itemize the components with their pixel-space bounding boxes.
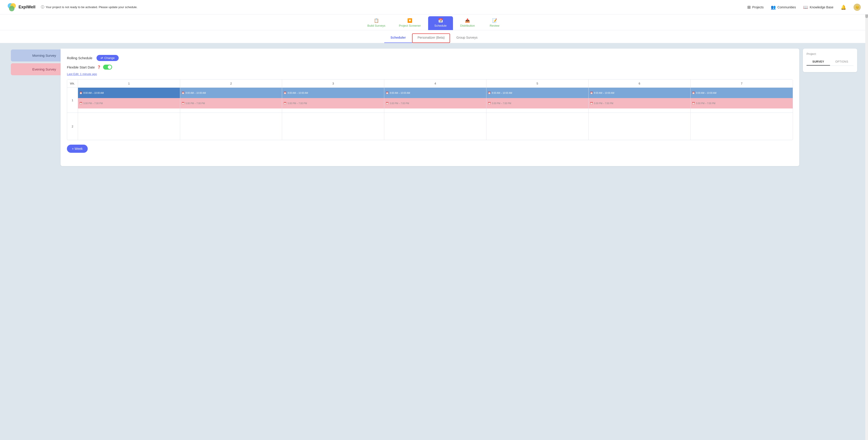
evening-event-1-2[interactable]: ⏰ 5:00 PM – 7:00 PM xyxy=(180,98,282,108)
knowledge-base-label: Knowledge Base xyxy=(810,5,833,9)
cal-header-2: 2 xyxy=(180,80,282,88)
change-label: Change xyxy=(104,56,115,60)
cal-day-2-3[interactable] xyxy=(282,113,384,140)
group-surveys-label: Group Surveys xyxy=(456,36,477,39)
alarm-icon: ⏰ xyxy=(79,92,83,94)
scheduler-label: Scheduler xyxy=(391,36,406,39)
cal-day-1-3[interactable]: ⏰ 8:00 AM – 10:00 AM ⏰ 5:00 PM – 7:00 PM xyxy=(282,88,384,113)
people-icon: 👥 xyxy=(771,5,776,10)
alarm-icon: ⏰ xyxy=(182,92,185,94)
tab-schedule-label: Schedule xyxy=(434,24,447,27)
evening-event-1-6[interactable]: ⏰ 5:00 PM – 7:00 PM xyxy=(589,98,690,108)
tab-distribution[interactable]: 📤 Distribution xyxy=(454,16,481,30)
morning-event-1-3[interactable]: ⏰ 8:00 AM – 10:00 AM xyxy=(282,88,384,98)
logo-area[interactable]: ExpiWell xyxy=(7,3,35,12)
flexible-start-row: Flexible Start Date ❓ xyxy=(67,65,793,70)
calendar-header-row: Wk. 1 2 3 4 5 6 7 xyxy=(67,80,793,88)
right-panel: Project: SURVEY OPTIONS xyxy=(803,49,857,72)
evening-event-1-7[interactable]: ⏰ 5:00 PM – 7:00 PM xyxy=(690,98,793,108)
sidebar-item-evening-survey[interactable]: Evening Survey xyxy=(11,63,61,75)
tab-project-screener[interactable]: 🔽 Project Screener xyxy=(393,16,427,30)
cal-day-1-6[interactable]: ⏰ 8:00 AM – 10:00 AM ⏰ 5:00 PM – 7:00 PM xyxy=(589,88,691,113)
evening-time-1-2: 5:00 PM – 7:00 PM xyxy=(186,102,205,105)
communities-label: Communities xyxy=(777,5,796,9)
morning-time-1-2: 8:00 AM – 10:00 AM xyxy=(186,92,206,94)
logo-icon xyxy=(7,3,16,12)
main-content: Morning Survey Evening Survey Rolling Sc… xyxy=(0,43,868,171)
cal-day-2-6[interactable] xyxy=(589,113,691,140)
tab-project-screener-label: Project Screener xyxy=(399,24,421,27)
tab-review[interactable]: 📝 Review xyxy=(482,16,507,30)
alarm-icon-pink: ⏰ xyxy=(182,102,185,105)
flexible-start-label: Flexible Start Date xyxy=(67,65,95,69)
schedule-header: Rolling Schedule ⇄ Change xyxy=(67,55,793,61)
cal-day-2-1[interactable] xyxy=(78,113,180,140)
add-week-button[interactable]: + Week xyxy=(67,145,88,153)
projects-nav-item[interactable]: ⊞ Projects xyxy=(747,5,764,10)
tab-build-surveys-label: Build Surveys xyxy=(367,24,385,27)
project-screener-icon: 🔽 xyxy=(407,18,412,23)
project-label: Project: xyxy=(807,52,854,56)
flexible-start-toggle[interactable] xyxy=(103,65,112,70)
right-tab-survey[interactable]: SURVEY xyxy=(807,58,830,66)
rolling-schedule-label: Rolling Schedule xyxy=(67,56,92,60)
warning-icon: ⓘ xyxy=(41,5,44,9)
warning-text: Your project is not ready to be activate… xyxy=(46,5,137,9)
evening-event-1-1[interactable]: ⏰ 5:00 PM – 7:00 PM xyxy=(78,98,180,108)
cal-day-1-5[interactable]: ⏰ 8:00 AM – 10:00 AM ⏰ 5:00 PM – 7:00 PM xyxy=(487,88,589,113)
evening-survey-label: Evening Survey xyxy=(32,67,56,71)
cal-day-1-4[interactable]: ⏰ 8:00 AM – 10:00 AM ⏰ 5:00 PM – 7:00 PM xyxy=(384,88,487,113)
morning-event-1-1[interactable]: ⏰ 8:00 AM – 10:00 AM xyxy=(78,88,180,98)
morning-event-1-7[interactable]: ⏰ 8:00 AM – 10:00 AM xyxy=(690,88,793,98)
sub-tab-scheduler[interactable]: Scheduler xyxy=(384,33,412,43)
morning-event-1-4[interactable]: ⏰ 8:00 AM – 10:00 AM xyxy=(384,88,486,98)
calendar-week-2: 2 xyxy=(67,113,793,140)
svg-point-2 xyxy=(9,6,14,11)
cal-header-4: 4 xyxy=(384,80,487,88)
last-edit-link[interactable]: Last Edit: 1 minute ago xyxy=(67,72,97,76)
evening-event-1-3[interactable]: ⏰ 5:00 PM – 7:00 PM xyxy=(282,98,384,108)
alarm-icon-pink: ⏰ xyxy=(79,102,83,105)
scrollbar-track xyxy=(865,0,868,440)
cal-day-1-1[interactable]: ⏰ 8:00 AM – 10:00 AM ⏰ 5:00 PM – 7:00 PM xyxy=(78,88,180,113)
calendar-grid: Wk. 1 2 3 4 5 6 7 1 ⏰ 8:00 AM – 10:00 AM xyxy=(67,79,793,140)
avatar[interactable]: 😊 xyxy=(854,4,861,11)
evening-event-1-4[interactable]: ⏰ 5:00 PM – 7:00 PM xyxy=(384,98,486,108)
personalizer-label: Personalizer (Beta) xyxy=(417,36,445,39)
sub-tab-group-surveys[interactable]: Group Surveys xyxy=(450,33,484,43)
sub-tab-personalizer[interactable]: Personalizer (Beta) xyxy=(412,33,450,43)
knowledge-base-nav-item[interactable]: 📖 Knowledge Base xyxy=(803,5,833,10)
cal-day-2-5[interactable] xyxy=(487,113,589,140)
morning-event-1-5[interactable]: ⏰ 8:00 AM – 10:00 AM xyxy=(487,88,588,98)
cal-day-2-2[interactable] xyxy=(180,113,282,140)
tab-build-surveys[interactable]: 📋 Build Surveys xyxy=(361,16,392,30)
cal-header-7: 7 xyxy=(690,80,793,88)
right-tabs: SURVEY OPTIONS xyxy=(807,58,854,66)
cal-day-2-7[interactable] xyxy=(690,113,793,140)
evening-event-1-5[interactable]: ⏰ 5:00 PM – 7:00 PM xyxy=(487,98,588,108)
morning-event-1-6[interactable]: ⏰ 8:00 AM – 10:00 AM xyxy=(589,88,690,98)
cal-header-5: 5 xyxy=(487,80,589,88)
change-button[interactable]: ⇄ Change xyxy=(96,55,119,61)
cal-day-1-2[interactable]: ⏰ 8:00 AM – 10:00 AM ⏰ 5:00 PM – 7:00 PM xyxy=(180,88,282,113)
cal-day-1-7[interactable]: ⏰ 8:00 AM – 10:00 AM ⏰ 5:00 PM – 7:00 PM xyxy=(690,88,793,113)
tab-review-label: Review xyxy=(490,24,499,27)
help-icon[interactable]: ❓ xyxy=(97,65,101,69)
morning-event-1-2[interactable]: ⏰ 8:00 AM – 10:00 AM xyxy=(180,88,282,98)
communities-nav-item[interactable]: 👥 Communities xyxy=(771,5,796,10)
nav-tabs-bar: 📋 Build Surveys 🔽 Project Screener 📅 Sch… xyxy=(0,14,868,30)
grid-icon: ⊞ xyxy=(747,5,751,10)
header-nav: ⊞ Projects 👥 Communities 📖 Knowledge Bas… xyxy=(747,4,861,11)
schedule-icon: 📅 xyxy=(438,18,443,23)
cal-header-6: 6 xyxy=(589,80,691,88)
calendar-week-1: 1 ⏰ 8:00 AM – 10:00 AM ⏰ 5:00 PM – 7:00 … xyxy=(67,88,793,113)
book-icon: 📖 xyxy=(803,5,808,10)
right-tab-options[interactable]: OPTIONS xyxy=(830,58,854,66)
distribution-icon: 📤 xyxy=(465,18,470,23)
notification-bell-icon[interactable]: 🔔 xyxy=(841,4,846,10)
sidebar-item-morning-survey[interactable]: Morning Survey xyxy=(11,50,61,61)
tab-schedule[interactable]: 📅 Schedule xyxy=(428,16,453,30)
cal-day-2-4[interactable] xyxy=(384,113,487,140)
review-icon: 📝 xyxy=(492,18,497,23)
tab-distribution-label: Distribution xyxy=(460,24,475,27)
